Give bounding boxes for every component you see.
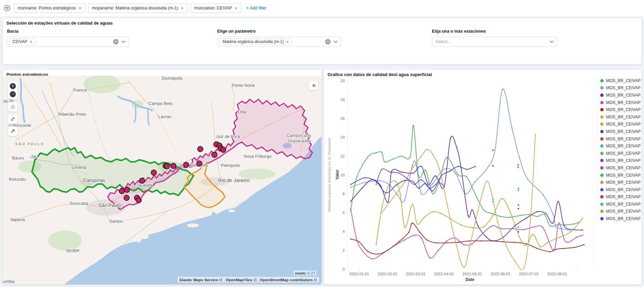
legend-item[interactable]: MOS_BR_CEIVAP_B... [600,164,640,172]
legend-swatch-icon [600,137,604,141]
legend-item[interactable]: MOS_BR_CEIVAP_P... [600,193,640,201]
clear-parameter-icon[interactable]: ✕ [325,39,331,44]
legend-item[interactable]: MOS_BR_CEIVAP_P... [600,84,640,92]
map-label: Lavras [158,114,172,119]
legend-item[interactable]: MOS_BR_CEIVAP_P... [600,92,640,99]
map-label: Campo Belo [148,101,173,106]
map-tools-button[interactable] [8,127,18,136]
legend-swatch-icon [600,86,604,89]
legend-swatch-icon [600,122,604,126]
clear-bacia-icon[interactable]: ✕ [113,39,118,44]
legend-swatch-icon [600,181,604,184]
elastic-maps-service-link[interactable]: Elastic Maps Service [180,278,223,282]
remove-parameter-icon[interactable]: ✕ [286,40,289,44]
y-tick-label: 6 [343,211,345,215]
legend-item[interactable]: MOS_BR_CEIVAP_IU... [600,99,640,106]
zoom-label: zoom: [295,271,306,275]
remove-filter-icon[interactable]: ✕ [79,6,81,10]
add-filter-button[interactable]: + Add filter [246,6,266,10]
legend-item[interactable]: MOS_BR_CEIVAP_J... [600,121,640,128]
map-legend-collapse-button[interactable] [309,81,318,90]
parameter-combobox[interactable]: Matéria orgânica dissolvida (m-1) ✕ ✕ [217,37,341,47]
station-marker[interactable] [139,178,145,183]
station-marker[interactable] [124,187,130,192]
filter-pill[interactable]: mslocation: CEIVAP✕ [191,3,241,13]
legend-label: MOS_BR_CEIVAP_B... [606,166,640,170]
map-attribution: Elastic Maps Service , OpenMapTiles , Op… [178,277,319,283]
legend-label: MOS_BR_CEIVAP_J... [606,122,640,127]
station-marker[interactable] [164,164,170,169]
stations-label: Elija una o más estaciones [432,29,557,34]
legend-item[interactable]: MOS_BR_CEIVAP_P... [600,142,640,150]
legend-swatch-icon [600,152,604,155]
collapse-left-icon [311,83,316,88]
chart-line-series [351,125,580,226]
fit-to-data-button[interactable] [8,114,18,124]
station-marker[interactable] [171,163,176,169]
filter-pill[interactable]: monname: Pontos estratégicos✕ [14,3,85,13]
bacia-combobox[interactable]: CEIVAP ✕ ✕ [7,37,129,47]
station-marker[interactable] [197,161,202,166]
filter-pill[interactable]: mopaname: Matéria orgânica dissolvida (m… [88,3,188,13]
y-tick-label: 10 [340,173,345,177]
map-zoom-indicator: zoom: 6.37 [294,271,316,276]
legend-swatch-icon [600,144,604,148]
legend-item[interactable]: MOS_BR_CEIVAP_B... [600,179,640,186]
legend-swatch-icon [600,101,604,104]
legend-label: MOS_BR_CEIVAP_IU... [606,100,640,105]
map-label: Limeira [72,165,86,170]
station-marker[interactable] [124,195,129,201]
legend-item[interactable]: MOS_BR_CEIVAP_P... [600,186,640,193]
station-marker[interactable] [183,162,189,168]
legend-item[interactable]: MOS_BR_CEIVAP_B... [600,172,640,179]
station-marker[interactable] [151,170,157,175]
legend-label: MOS_BR_CEIVAP_P... [606,137,640,141]
legend-item[interactable]: MOS_BR_CEIVAP_P... [600,201,640,208]
x-tick-label: 2022-05-01 [463,272,482,276]
legend-item[interactable]: MOS_BR_CEIVAP_P... [600,157,640,165]
y-tick-label: 16 [340,116,345,120]
zoom-out-icon[interactable]: − [10,91,16,97]
station-marker[interactable] [212,152,217,157]
zoom-value: 6.37 [307,271,315,275]
legend-swatch-icon [600,203,604,206]
filters-icon[interactable] [3,4,11,12]
legend-label: MOS_BR_CEIVAP_P... [606,85,640,90]
map[interactable]: DivinópolisPonte NovaFrancaCampo BeloUbá… [3,76,321,284]
station-marker[interactable] [198,146,203,152]
legend-item[interactable]: MOS_BR_CEIVAP_F... [600,150,640,157]
legend-item[interactable]: MOS_BR_CEIVAP_P... [600,208,640,215]
zoom-in-icon[interactable]: + [10,83,16,89]
map-label: Ponte Nova [232,83,255,88]
legend-item[interactable]: MOS_BR_CEIVAP_P... [600,113,640,121]
map-label: Franca [73,87,87,93]
set-view-button[interactable] [8,102,18,112]
bacia-label: Bacia [7,29,129,34]
legend-label: MOS_BR_CEIVAP_P... [606,144,640,148]
chevron-down-icon[interactable] [122,40,126,43]
chevron-down-icon[interactable] [550,40,554,43]
legend-item[interactable]: MOS_BR_CEIVAP_IN... [600,106,640,113]
chevron-down-icon[interactable] [334,40,338,43]
parameter-selected-pill[interactable]: Matéria orgânica dissolvida (m-1) ✕ [219,38,292,45]
chart-line-series [351,136,583,241]
remove-filter-icon[interactable]: ✕ [181,6,183,10]
stations-combobox[interactable]: Select... [432,37,557,47]
line-chart[interactable]: 024681012141618202022-01-012022-02-01202… [324,70,641,284]
legend-item[interactable]: MOS_BR_CEIVAP_P... [600,128,640,135]
bacia-selected-pill[interactable]: CEIVAP ✕ [9,38,36,45]
station-marker[interactable] [136,198,141,203]
remove-filter-icon[interactable]: ✕ [235,6,237,10]
x-tick-label: 2022-01-01 [349,272,369,276]
openstreetmap-link[interactable]: OpenStreetMap contributors [260,278,317,282]
legend-item[interactable]: MOS_BR_CEIVAP_S... [600,215,640,222]
station-marker[interactable] [221,147,226,152]
legend-item[interactable]: MOS_BR_CEIVAP_P... [600,135,640,143]
map-label: Jaú [31,154,38,159]
legend-item[interactable]: MOS_BR_CEIVAP_P... [600,77,640,84]
station-marker[interactable] [119,188,125,194]
x-tick-label: 2022-08-01 [547,272,567,276]
openmaptiles-link[interactable]: OpenMapTiles [226,278,257,282]
remove-bacia-icon[interactable]: ✕ [30,40,32,44]
chart-scatter-point [518,226,519,228]
